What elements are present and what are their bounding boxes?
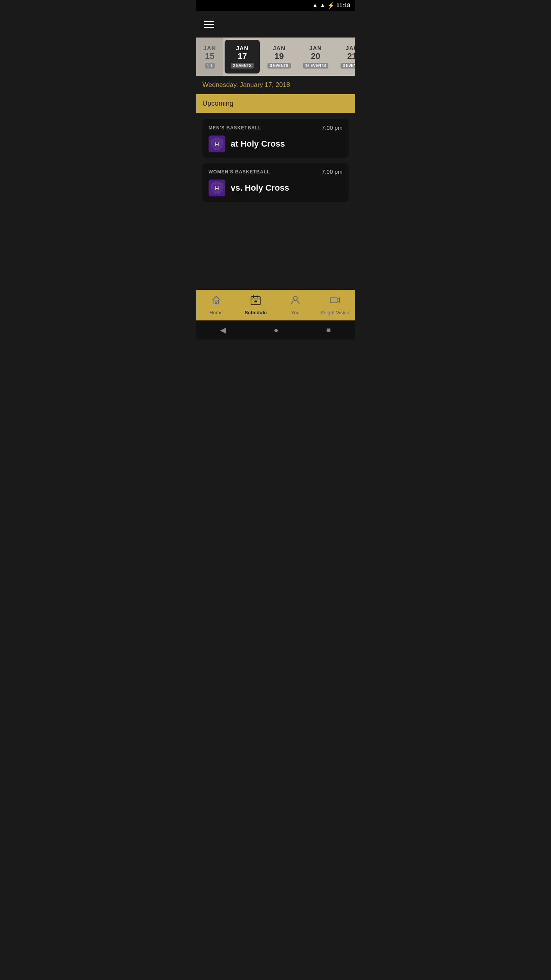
event-card-1[interactable]: MEN'S BASKETBALL 7:00 pm H at Holy Cross: [202, 119, 349, 158]
nav-schedule-label: Schedule: [245, 310, 267, 315]
content-spacer: [202, 207, 349, 284]
event-sport-1: MEN'S BASKETBALL: [209, 125, 261, 131]
event-matchup-2: H vs. Holy Cross: [209, 180, 342, 196]
event-time-1: 7:00 pm: [322, 124, 342, 131]
date-jan19-month: JAN: [273, 45, 285, 51]
menu-button[interactable]: [204, 21, 214, 28]
battery-icon: ⚡: [327, 2, 335, 9]
date-heading-text: Wednesday, January 17, 2018: [202, 81, 290, 88]
bottom-nav: Home Schedule You: [196, 290, 355, 320]
events-area: MEN'S BASKETBALL 7:00 pm H at Holy Cross…: [196, 113, 355, 290]
date-jan15[interactable]: JAN 15 1-1: [196, 38, 223, 76]
hamburger-line-3: [204, 27, 214, 28]
android-nav: ◀ ● ■: [196, 320, 355, 340]
opponent-name-2: vs. Holy Cross: [231, 183, 289, 193]
date-jan20-day: 20: [311, 51, 320, 61]
date-jan20-month: JAN: [309, 45, 322, 51]
nav-schedule[interactable]: Schedule: [236, 290, 276, 320]
nav-knight-vision[interactable]: Knight Vision: [315, 290, 355, 320]
header: [196, 11, 355, 38]
date-heading: Wednesday, January 17, 2018: [196, 76, 355, 94]
svg-point-14: [293, 296, 297, 300]
date-jan21-day: 21: [347, 51, 355, 61]
date-strip: JAN 15 1-1 JAN 17 2 EVENTS JAN 19 3 EVEN…: [196, 38, 355, 76]
nav-knight-vision-label: Knight Vision: [320, 310, 349, 315]
date-jan21-month: JAN: [346, 45, 355, 51]
event-sport-2: WOMEN'S BASKETBALL: [209, 169, 270, 175]
date-jan19[interactable]: JAN 19 3 EVENTS: [261, 38, 297, 76]
knight-vision-icon: [329, 295, 340, 308]
svg-rect-15: [330, 298, 337, 303]
date-jan17-events: 2 EVENTS: [231, 63, 254, 69]
date-jan21[interactable]: JAN 21 3 EVENTS: [334, 38, 355, 76]
date-jan19-events: 3 EVENTS: [267, 63, 290, 69]
wifi-icon: ▲: [312, 2, 318, 9]
nav-you-label: You: [291, 310, 300, 315]
date-jan20[interactable]: JAN 20 16 EVENTS: [297, 38, 334, 76]
date-jan17-month: JAN: [236, 45, 249, 51]
date-jan17[interactable]: JAN 17 2 EVENTS: [225, 40, 260, 74]
nav-home[interactable]: Home: [196, 290, 236, 320]
date-jan15-day: 15: [205, 51, 214, 61]
date-jan21-events: 3 EVENTS: [341, 63, 355, 69]
android-recent-button[interactable]: ■: [326, 326, 331, 335]
date-jan15-record: 1-1: [205, 63, 215, 69]
hamburger-line-2: [204, 24, 214, 25]
date-jan15-month: JAN: [203, 45, 216, 51]
svg-text:H: H: [215, 185, 219, 191]
date-jan17-day: 17: [238, 51, 247, 61]
schedule-icon: [250, 295, 261, 308]
team-shield-2: H: [209, 180, 225, 196]
event-time-2: 7:00 pm: [322, 168, 342, 175]
team-shield-1: H: [209, 136, 225, 152]
upcoming-section: Upcoming: [196, 94, 355, 113]
svg-text:H: H: [215, 141, 219, 147]
signal-icon: ▲: [320, 2, 326, 9]
opponent-name-1: at Holy Cross: [231, 139, 285, 149]
date-jan19-day: 19: [274, 51, 284, 61]
home-icon: [211, 295, 222, 308]
status-bar: ▲ ▲ ⚡ 11:18: [196, 0, 355, 11]
event-matchup-1: H at Holy Cross: [209, 136, 342, 152]
status-icons: ▲ ▲ ⚡ 11:18: [312, 2, 350, 9]
hamburger-line-1: [204, 21, 214, 22]
nav-you[interactable]: You: [276, 290, 315, 320]
upcoming-label: Upcoming: [202, 100, 233, 107]
time-display: 11:18: [336, 2, 350, 8]
svg-rect-13: [254, 301, 257, 302]
event-header-1: MEN'S BASKETBALL 7:00 pm: [209, 124, 342, 131]
event-header-2: WOMEN'S BASKETBALL 7:00 pm: [209, 168, 342, 175]
event-card-2[interactable]: WOMEN'S BASKETBALL 7:00 pm H vs. Holy Cr…: [202, 163, 349, 202]
nav-home-label: Home: [209, 310, 223, 315]
svg-rect-8: [215, 302, 217, 304]
you-icon: [290, 295, 301, 308]
date-jan20-events: 16 EVENTS: [303, 63, 328, 69]
android-back-button[interactable]: ◀: [220, 325, 226, 335]
android-home-button[interactable]: ●: [274, 326, 278, 335]
